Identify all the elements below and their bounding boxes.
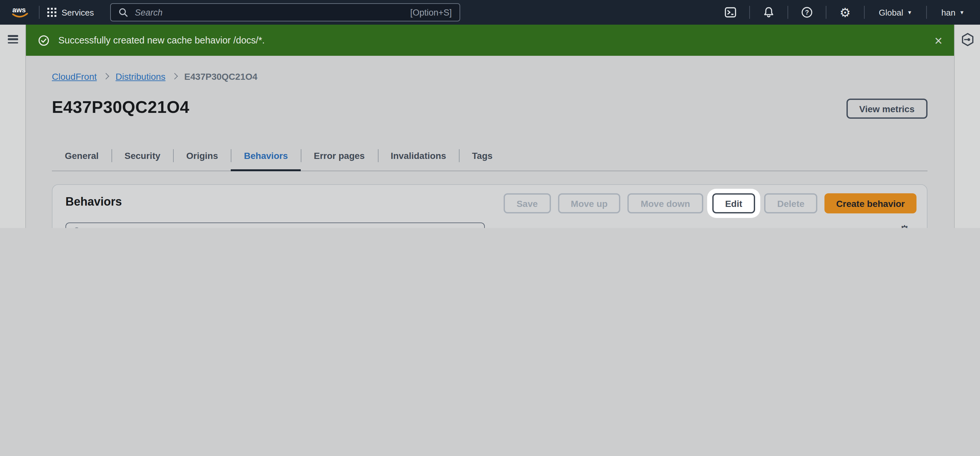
- notifications-button[interactable]: [758, 0, 780, 25]
- chevron-right-icon: [172, 73, 178, 80]
- left-sidebar-collapsed: [0, 25, 26, 228]
- magnifier-icon: [73, 227, 82, 228]
- grid-icon: [47, 8, 56, 17]
- hexagon-icon[interactable]: [961, 32, 974, 47]
- chevron-right-icon: [103, 73, 110, 80]
- right-sidebar-collapsed: [954, 25, 980, 228]
- tab-error-pages[interactable]: Error pages: [301, 140, 377, 171]
- create-behavior-button[interactable]: Create behavior: [824, 193, 916, 214]
- search-shortcut-hint: [Option+S]: [410, 8, 452, 17]
- help-icon: ?: [801, 6, 813, 18]
- preferences-gear-icon[interactable]: ⚙: [899, 224, 910, 228]
- tab-security[interactable]: Security: [111, 140, 173, 171]
- save-button[interactable]: Save: [504, 193, 550, 214]
- tab-origins[interactable]: Origins: [173, 140, 231, 171]
- tab-general[interactable]: General: [52, 140, 111, 171]
- success-flashbar: Successfully created new cache behavior …: [26, 25, 954, 56]
- chevron-down-icon: ▼: [959, 10, 964, 15]
- aws-console-window: aws Services: [0, 0, 980, 228]
- breadcrumb-distributions[interactable]: Distributions: [116, 71, 165, 82]
- top-navigation-bar: aws Services: [0, 0, 980, 25]
- bell-icon: [763, 6, 775, 18]
- topbar-divider: [749, 6, 750, 19]
- svg-text:?: ?: [805, 9, 809, 16]
- gear-icon: ⚙: [840, 6, 851, 19]
- filter-field[interactable]: [65, 223, 485, 228]
- delete-button[interactable]: Delete: [764, 193, 817, 214]
- magnifier-icon: [119, 8, 128, 17]
- region-selector[interactable]: Global ▼: [872, 8, 919, 17]
- topbar-divider: [39, 6, 40, 19]
- cloudshell-button[interactable]: [719, 0, 741, 25]
- topbar-divider: [864, 6, 865, 19]
- close-icon[interactable]: ×: [934, 25, 942, 56]
- tab-bar: General Security Origins Behaviors Error…: [52, 140, 928, 171]
- services-label: Services: [62, 8, 94, 17]
- help-button[interactable]: ?: [796, 0, 818, 25]
- search-input[interactable]: [134, 7, 410, 18]
- breadcrumb-current: E437P30QC21O4: [185, 71, 258, 82]
- view-metrics-button[interactable]: View metrics: [846, 99, 928, 119]
- services-menu-button[interactable]: Services: [47, 8, 94, 17]
- edit-button[interactable]: Edit: [712, 193, 755, 214]
- cloudshell-terminal-icon: [725, 6, 736, 18]
- hamburger-icon[interactable]: [8, 35, 18, 43]
- region-label: Global: [879, 8, 903, 17]
- behaviors-panel: Behaviors Save Move up Move down Edit De…: [52, 184, 928, 228]
- filter-input[interactable]: [88, 226, 478, 228]
- tab-behaviors[interactable]: Behaviors: [231, 140, 301, 171]
- check-circle-icon: [38, 35, 49, 46]
- user-menu[interactable]: han ▼: [935, 8, 971, 17]
- page-title: E437P30QC21O4: [52, 97, 189, 117]
- chevron-down-icon: ▼: [907, 10, 912, 15]
- topbar-divider: [926, 6, 927, 19]
- edit-button-highlight: Edit: [707, 189, 760, 218]
- topbar-divider: [788, 6, 788, 19]
- breadcrumb: CloudFront Distributions E437P30QC21O4: [52, 71, 257, 82]
- flashbar-message: Successfully created new cache behavior …: [58, 35, 265, 45]
- tab-tags[interactable]: Tags: [459, 140, 506, 171]
- move-up-button[interactable]: Move up: [558, 193, 620, 214]
- topbar-divider: [826, 6, 826, 19]
- breadcrumb-cloudfront[interactable]: CloudFront: [52, 71, 97, 82]
- global-search[interactable]: [Option+S]: [110, 3, 460, 21]
- aws-logo[interactable]: aws: [9, 4, 31, 21]
- panel-heading: Behaviors: [65, 195, 122, 209]
- svg-text:aws: aws: [12, 6, 26, 14]
- action-buttons: Save Move up Move down Edit Delete Creat…: [504, 193, 916, 214]
- settings-button[interactable]: ⚙: [834, 0, 856, 25]
- tab-invalidations[interactable]: Invalidations: [377, 140, 459, 171]
- main-content: CloudFront Distributions E437P30QC21O4 E…: [52, 56, 928, 228]
- move-down-button[interactable]: Move down: [628, 193, 703, 214]
- user-label: han: [942, 8, 955, 17]
